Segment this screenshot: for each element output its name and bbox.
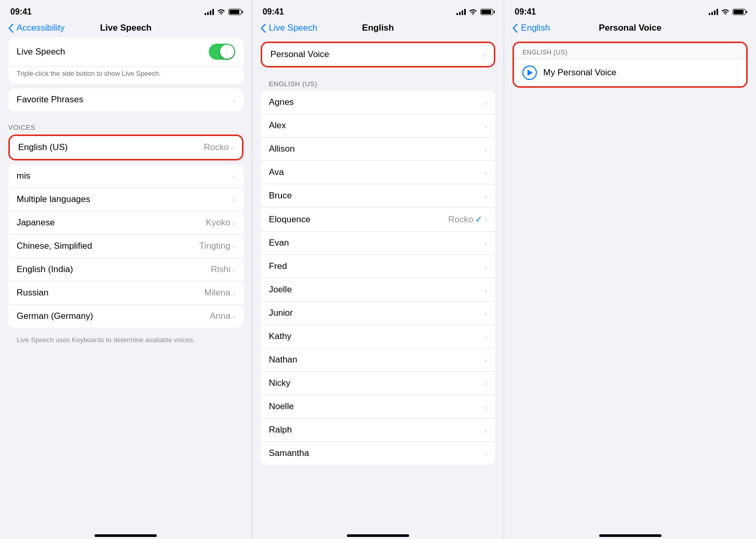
voice-item-india[interactable]: English (India) Rishi › xyxy=(8,258,244,281)
voice-item-multi[interactable]: Multiple languages › xyxy=(8,188,244,211)
page-title-3: Personal Voice xyxy=(599,23,662,33)
my-personal-voice-label: My Personal Voice xyxy=(543,68,616,78)
voice-item-bruce[interactable]: Bruce › xyxy=(261,184,496,208)
other-voices-card: mis › Multiple languages › Japanese Kyok… xyxy=(8,165,244,328)
live-speech-toggle-control[interactable] xyxy=(209,44,235,60)
checkmark-icon: ✓ xyxy=(475,214,482,225)
chevron-noelle: › xyxy=(484,402,487,411)
voice-item-samantha[interactable]: Samantha › xyxy=(261,442,496,465)
eloquence-right: Rocko ✓ › xyxy=(448,214,487,225)
page-title-2: English xyxy=(362,23,394,33)
personal-voice-section: Personal Voice › xyxy=(261,42,496,68)
status-icons-3 xyxy=(709,8,746,16)
live-speech-toggle-item: Live Speech xyxy=(8,37,244,66)
chevron-junior: › xyxy=(484,309,487,318)
chevron-japanese: › xyxy=(233,219,235,227)
back-button-1[interactable]: Accessibility xyxy=(8,23,65,33)
toggle-switch[interactable] xyxy=(209,44,235,60)
voice-label-russian: Russian xyxy=(17,288,48,298)
status-bar-1: 09:41 xyxy=(0,0,252,21)
personal-voice-main-card: ENGLISH (US) My Personal Voice xyxy=(512,42,748,88)
chevron-india: › xyxy=(233,265,235,274)
chevron-agnes: › xyxy=(484,98,487,107)
india-right: Rishi › xyxy=(211,264,235,275)
voice-item-japanese[interactable]: Japanese Kyoko › xyxy=(8,211,244,235)
voice-item-russian[interactable]: Russian Milena › xyxy=(8,281,244,305)
personal-voice-item[interactable]: Personal Voice › xyxy=(262,43,494,66)
english-us-section-header: ENGLISH (US) xyxy=(261,72,496,91)
chevron-nicky: › xyxy=(484,379,487,388)
wifi-icon-1 xyxy=(217,8,225,16)
personal-voice-highlighted-card[interactable]: Personal Voice › xyxy=(261,42,496,68)
chevron-kathy: › xyxy=(484,332,487,341)
status-icons-1 xyxy=(205,8,241,16)
favorite-phrases-card: Favorite Phrases › xyxy=(8,88,244,111)
home-bar-1 xyxy=(95,534,157,537)
english-us-highlighted-card[interactable]: English (US) Rocko › xyxy=(8,134,244,160)
voices-footer-text: Live Speech uses Keyboards to determine … xyxy=(8,332,244,352)
russian-value: Milena xyxy=(205,288,231,298)
voice-item-ralph[interactable]: Ralph › xyxy=(261,419,496,442)
chevron-samantha: › xyxy=(484,449,487,458)
home-bar-3 xyxy=(599,534,662,537)
personal-voice-label: Personal Voice xyxy=(271,49,329,60)
chevron-german: › xyxy=(233,312,235,321)
voice-item-nicky[interactable]: Nicky › xyxy=(261,372,496,395)
voice-item-noelle[interactable]: Noelle › xyxy=(261,395,496,419)
voice-item-alex[interactable]: Alex › xyxy=(261,114,496,138)
play-icon[interactable] xyxy=(522,65,537,80)
chevron-mis: › xyxy=(233,172,235,181)
my-personal-voice-item[interactable]: My Personal Voice xyxy=(514,59,746,86)
voice-label-india: English (India) xyxy=(17,264,73,275)
japanese-value: Kyoko xyxy=(206,218,230,228)
india-value: Rishi xyxy=(211,264,231,275)
status-bar-3: 09:41 xyxy=(504,0,756,21)
voice-item-agnes[interactable]: Agnes › xyxy=(261,91,496,114)
back-label-2: Live Speech xyxy=(269,23,318,33)
chevron-personal-voice: › xyxy=(483,50,485,59)
home-indicator-3 xyxy=(504,530,756,539)
battery-icon-1 xyxy=(228,9,241,15)
japanese-right: Kyoko › xyxy=(206,218,235,228)
chevron-allison: › xyxy=(484,145,487,154)
nav-bar-2: Live Speech English xyxy=(252,21,504,37)
voice-label-chinese: Chinese, Simplified xyxy=(17,241,92,251)
voice-item-mis[interactable]: mis › xyxy=(8,165,244,188)
chevron-icon-2: › xyxy=(231,143,234,152)
chevron-fred: › xyxy=(484,262,487,271)
play-triangle xyxy=(528,70,533,76)
voice-item-ava[interactable]: Ava › xyxy=(261,161,496,184)
english-us-item[interactable]: English (US) Rocko › xyxy=(10,136,242,159)
voice-item-evan[interactable]: Evan › xyxy=(261,232,496,255)
voice-item-chinese[interactable]: Chinese, Simplified Tingting › xyxy=(8,235,244,258)
status-time-3: 09:41 xyxy=(515,7,536,17)
chevron-alex: › xyxy=(484,122,487,130)
chevron-chinese: › xyxy=(233,242,235,251)
favorite-phrases-item[interactable]: Favorite Phrases › xyxy=(8,88,244,111)
chevron-bruce: › xyxy=(484,192,487,200)
voice-item-german[interactable]: German (Germany) Anna › xyxy=(8,305,244,328)
english-us-label: English (US) xyxy=(18,142,68,153)
back-button-2[interactable]: Live Speech xyxy=(261,23,318,33)
back-button-3[interactable]: English xyxy=(512,23,550,33)
content-1: Live Speech Triple-click the side button… xyxy=(0,37,252,530)
home-bar-2 xyxy=(347,534,409,537)
chevron-icon: › xyxy=(233,96,235,104)
voice-item-fred[interactable]: Fred › xyxy=(261,255,496,278)
status-time-2: 09:41 xyxy=(263,7,284,17)
german-value: Anna xyxy=(210,311,231,321)
voice-label-multi: Multiple languages xyxy=(17,194,90,205)
home-indicator-2 xyxy=(252,530,504,539)
voice-item-nathan[interactable]: Nathan › xyxy=(261,348,496,372)
voice-item-allison[interactable]: Allison › xyxy=(261,138,496,161)
voice-item-junior[interactable]: Junior › xyxy=(261,302,496,325)
english-voices-list: Agnes › Alex › Allison › Ava › Bruce › E… xyxy=(261,91,496,465)
voice-item-joelle[interactable]: Joelle › xyxy=(261,278,496,302)
voice-item-eloquence[interactable]: Eloquence Rocko ✓ › xyxy=(261,208,496,232)
page-title-1: Live Speech xyxy=(100,23,152,33)
chevron-eloquence: › xyxy=(484,215,487,224)
voice-item-kathy[interactable]: Kathy › xyxy=(261,325,496,348)
live-speech-toggle-left: Live Speech xyxy=(17,47,65,57)
signal-icon-3 xyxy=(709,9,718,15)
battery-icon-2 xyxy=(480,9,493,15)
